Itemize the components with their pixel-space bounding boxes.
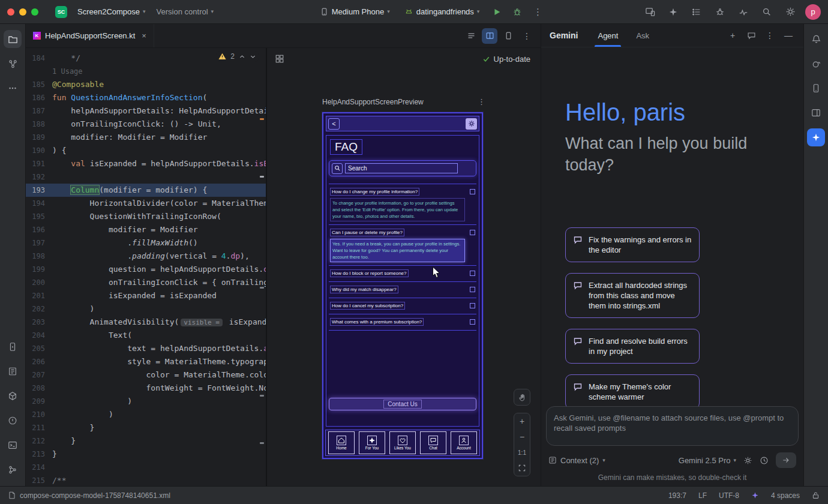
pan-tool-button[interactable] <box>514 389 530 406</box>
faq-item[interactable]: How do I change my profile information?T… <box>329 184 476 224</box>
search-icon[interactable] <box>758 4 775 20</box>
gemini-tab-ask[interactable]: Ask <box>633 24 652 47</box>
code-line[interactable]: 202 ) <box>26 302 266 316</box>
new-chat-icon[interactable]: + <box>726 29 739 42</box>
code-line[interactable]: 186fun QuestionAndAnswerInfoSection( <box>26 91 266 104</box>
notifications-bell-icon[interactable] <box>807 30 825 48</box>
vcs-menu[interactable]: Version control▾ <box>151 4 220 20</box>
expand-icon[interactable] <box>470 189 475 194</box>
gemini-suggestion-card[interactable]: Fix the warnings and errors in the edito… <box>565 227 700 262</box>
close-tab-icon[interactable]: × <box>142 31 146 40</box>
device-selector[interactable]: Medium Phone▾ <box>314 4 395 20</box>
zoom-to-fit-button[interactable] <box>514 460 530 476</box>
indent-setting[interactable]: 4 spaces <box>771 491 800 500</box>
code-line[interactable]: 188 onTrailingIconClick: () -> Unit, <box>26 118 266 131</box>
emulator-icon[interactable] <box>807 104 825 122</box>
gemini-tab-agent[interactable]: Agent <box>595 24 621 47</box>
code-line[interactable]: 192 <box>26 170 266 184</box>
search-bar[interactable]: Search <box>329 160 476 176</box>
lock-icon[interactable] <box>812 491 820 499</box>
stripe-warning-mark[interactable] <box>260 118 264 120</box>
status-file[interactable]: compose-compose-model-1758748140651.xml <box>8 491 170 500</box>
stripe-mark[interactable] <box>260 442 264 444</box>
faq-answer[interactable]: To change your profile information, go t… <box>330 198 465 221</box>
running-devices-icon[interactable] <box>4 338 22 356</box>
stripe-mark[interactable] <box>260 395 264 397</box>
send-prompt-button[interactable] <box>776 452 796 468</box>
code-line[interactable]: 207 color = MaterialTheme.colorScheme.on… <box>26 368 266 382</box>
zoom-window-button[interactable] <box>31 8 38 16</box>
project-menu[interactable]: Screen2Compose▾ <box>72 4 151 20</box>
editor-tab-helpandsupportscreen[interactable]: K HelpAndSupportScreen.kt × <box>26 24 154 47</box>
preview-top-app-bar[interactable]: < <box>326 116 479 131</box>
split-view-icon[interactable] <box>482 28 497 44</box>
nav-item-for-you[interactable]: For You <box>359 431 385 454</box>
code-line[interactable]: 210 ) <box>26 408 266 421</box>
pull-requests-icon[interactable] <box>4 55 22 73</box>
code-editor[interactable]: 2 184 */1 Usage185@Composable186fun Ques… <box>26 48 266 486</box>
code-line[interactable]: 209 ) <box>26 395 266 408</box>
profiler-icon[interactable] <box>735 4 752 20</box>
nav-item-chat[interactable]: Chat <box>420 431 446 454</box>
context-label[interactable]: Context (2) <box>560 456 599 465</box>
preview-grid-view-icon[interactable] <box>275 54 284 64</box>
compose-preview-frame[interactable]: < FAQ Search How do I chan <box>322 112 483 459</box>
structure-list-icon[interactable] <box>688 4 705 20</box>
zoom-in-button[interactable]: + <box>514 413 530 429</box>
model-selector[interactable]: Gemini 2.5 Pro▾ <box>679 456 736 465</box>
code-line[interactable]: 194 HorizontalDivider(color = MaterialTh… <box>26 197 266 210</box>
project-tool-icon[interactable] <box>4 30 22 48</box>
code-line[interactable]: 191 val isExpanded = helpAndSupportDetai… <box>26 157 266 170</box>
expand-icon[interactable] <box>470 287 475 292</box>
code-line[interactable]: 197 .fillMaxWidth() <box>26 236 266 250</box>
caret-position[interactable]: 193:7 <box>668 491 686 500</box>
code-line[interactable]: 185@Composable <box>26 78 266 91</box>
code-line[interactable]: 200 onTrailingIconClick = { onTrailingIc… <box>26 276 266 289</box>
editor-kebab-icon[interactable]: ⋮ <box>519 28 535 44</box>
code-line[interactable]: 199 question = helpAndSupportDetails.que… <box>26 263 266 276</box>
expand-icon[interactable] <box>470 271 475 276</box>
gemini-kebab-icon[interactable]: ⋮ <box>763 29 776 42</box>
stripe-mark[interactable] <box>260 176 264 178</box>
run-configuration-selector[interactable]: datingandfriends▾ <box>399 4 485 20</box>
code-line[interactable]: 205 text = helpAndSupportDetails.answer, <box>26 342 266 355</box>
code-line[interactable]: 193 Column(modifier = modifier) { <box>26 184 266 197</box>
prev-problem-icon[interactable] <box>239 53 245 60</box>
settings-icon[interactable] <box>782 4 799 20</box>
next-problem-icon[interactable] <box>250 53 256 60</box>
gemini-suggestion-card[interactable]: Make my Theme's color scheme warmer <box>565 374 700 409</box>
preview-kebab-icon[interactable]: ⋮ <box>478 97 485 106</box>
gemini-tool-icon[interactable] <box>807 128 825 146</box>
code-line[interactable]: 203 AnimatedVisibility(visible = isExpan… <box>26 316 266 329</box>
logcat-icon[interactable] <box>4 362 22 380</box>
more-tool-windows-icon[interactable] <box>4 79 22 97</box>
faq-item[interactable]: How do I cancel my subscription? <box>329 298 476 314</box>
design-view-icon[interactable] <box>500 28 516 44</box>
chat-history-icon[interactable] <box>745 29 758 42</box>
code-line[interactable]: 208 fontWeight = FontWeight.Normal <box>26 382 266 395</box>
build-icon[interactable] <box>4 387 22 405</box>
gemini-suggestion-card[interactable]: Extract all hardcoded strings from this … <box>565 273 700 318</box>
faq-item[interactable]: How do I block or report someone? <box>329 265 476 281</box>
code-view-icon[interactable] <box>463 28 479 44</box>
nav-item-likes-you[interactable]: Likes You <box>389 431 416 454</box>
close-window-button[interactable] <box>7 8 14 16</box>
code-line[interactable]: 201 isExpanded = isExpanded <box>26 289 266 302</box>
code-line[interactable]: 214 <box>26 461 266 474</box>
zoom-out-button[interactable]: − <box>514 429 530 445</box>
code-line[interactable]: 204 Text( <box>26 329 266 342</box>
code-line[interactable]: 195 QuestionWithTrailingIconRow( <box>26 210 266 223</box>
inspections-widget[interactable]: 2 <box>216 51 259 62</box>
code-line[interactable]: 206 style = MaterialTheme.typography.bod… <box>26 355 266 368</box>
file-encoding[interactable]: UTF-8 <box>719 491 739 500</box>
faq-answer-selected[interactable]: Yes. If you need a break, you can pause … <box>330 239 465 262</box>
code-line[interactable]: 215/** <box>26 474 266 486</box>
user-avatar[interactable]: p <box>805 4 821 20</box>
hide-panel-icon[interactable]: — <box>782 29 795 42</box>
code-line[interactable]: 196 modifier = Modifier <box>26 223 266 236</box>
line-separator[interactable]: LF <box>698 491 707 500</box>
code-line[interactable]: 1 Usage <box>26 65 266 78</box>
gradle-icon[interactable] <box>807 55 825 73</box>
minimize-window-button[interactable] <box>19 8 26 16</box>
expand-icon[interactable] <box>470 230 475 235</box>
